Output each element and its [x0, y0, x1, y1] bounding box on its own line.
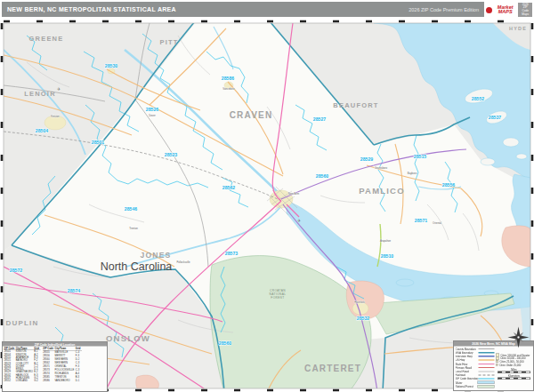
- island-layer-shape: [503, 138, 519, 147]
- zip-code-label: 28515: [414, 154, 427, 159]
- scale-bars: Miles Kilometers: [496, 368, 532, 380]
- scale-km-bar: [498, 377, 530, 380]
- city-class-label: Cities 100,000 and Greater: [501, 354, 530, 356]
- zip-index-cell: POLLOCKSVILLE: [54, 368, 75, 372]
- page: { "header": { "title": "NEW BERN, NC MET…: [0, 0, 534, 392]
- scale-miles-bar: [498, 371, 530, 373]
- county-label-onslow: ONSLOW: [106, 333, 150, 343]
- zip-index-panel: ZIP Code Index/Grid Location ZIP CodeCit…: [2, 341, 108, 392]
- zip-code-label: 28560: [316, 173, 329, 179]
- zip-index-cell: LOWLAND: [16, 380, 35, 382]
- map-canvas: ✈ ✈ North Carolina CROATAN NATIONAL FORE…: [0, 0, 534, 392]
- legend-item-label: Primary Road: [456, 366, 479, 369]
- county-label-pitt: PITT: [159, 38, 178, 46]
- county-label-duplin: DUPLIN: [6, 319, 39, 327]
- zip-code-label: 28526: [146, 107, 159, 112]
- legend-items: County BoundaryMSA BoundaryInterstate Hw…: [454, 347, 496, 389]
- brand-badge: 2026 ZIP Code Maps: [518, 3, 532, 17]
- zip-code-label: 28572: [10, 268, 23, 273]
- zip-code-label: 28546: [125, 206, 138, 212]
- zip-index-cell: 28586: [43, 379, 54, 382]
- legend-item-label: National Forest: [456, 385, 478, 388]
- county-label-greene: GREENE: [29, 35, 64, 43]
- zip-code-label: 28552: [472, 96, 485, 101]
- legend-item-swatch: [478, 381, 495, 385]
- zip-code-label: 28571: [415, 218, 428, 223]
- legend-item-label: State Hwy: [456, 363, 479, 365]
- city-class-row: Cities Under 25,000: [496, 364, 532, 367]
- legend-item-swatch: [479, 348, 495, 349]
- legend-item-label: ZIP Code Boundary: [456, 378, 479, 380]
- map-title: NEW BERN, NC METROPOLITAN STATISTICAL AR…: [7, 6, 176, 12]
- town-label: Bayboro: [408, 172, 417, 175]
- town-label: Havelock: [354, 300, 365, 304]
- zip-index-cell: G-2: [34, 380, 40, 382]
- zip-index-cell: VANCEBORO: [54, 379, 75, 382]
- legend-item-label: Interstate Hwy: [456, 355, 479, 357]
- zip-index-cell: 28552: [4, 380, 16, 382]
- legend-item-swatch: [479, 374, 495, 375]
- island-layer-shape: [516, 154, 527, 159]
- county-label-lenoir: LENOIR: [24, 90, 56, 98]
- water-layer-shape: [396, 279, 414, 286]
- legend-item-label: Local Road: [456, 370, 479, 372]
- brand-name: Market MAPS: [494, 5, 516, 14]
- legend-columns: County BoundaryMSA BoundaryInterstate Hw…: [454, 347, 533, 389]
- legend-item-swatch: [479, 371, 495, 372]
- header: NEW BERN, NC METROPOLITAN STATISTICAL AR…: [0, 0, 534, 20]
- town-label: Vanceboro: [222, 87, 235, 91]
- zip-code-label: 28504: [36, 128, 49, 133]
- zip-code-label: 28537: [489, 115, 502, 120]
- compass-rose-icon: [506, 325, 530, 349]
- legend-item-swatch: [479, 360, 495, 361]
- zip-index-header-row: ZIP CodeCity/TownGrid: [43, 347, 82, 350]
- zip-code-label: 28562: [222, 185, 236, 190]
- zip-code-label: 28523: [165, 152, 178, 157]
- zip-code-label: 28501: [92, 140, 105, 145]
- town-label: Oriental: [433, 221, 441, 225]
- legend-item-label: Water: [456, 381, 478, 384]
- legend-item-label: County Boundary: [456, 348, 479, 350]
- city-class-symbol: [496, 360, 498, 363]
- town-label: Trenton: [129, 227, 138, 230]
- zip-code-label: 28527: [313, 116, 327, 122]
- forest-label-line3: FOREST: [271, 296, 284, 300]
- legend-item-label: US Hwy: [456, 359, 479, 362]
- legend-item-swatch: [479, 367, 495, 368]
- zip-code-label: 28530: [105, 63, 118, 68]
- town-label: Arapahoe: [380, 239, 392, 243]
- zip-index-row: 28573POLLOCKSVILLEC-3: [43, 368, 82, 372]
- city-class-label: Cities 25,000 - 50,000: [500, 360, 524, 363]
- logo-mark-icon: [486, 7, 492, 13]
- county-label-beaufort: BEAUFORT: [333, 101, 378, 109]
- zip-index-row: 28571ORIENTALF-3: [43, 364, 82, 368]
- zip-index-cell: D-1: [76, 379, 82, 382]
- zip-index-col-header: ZIP Code: [43, 347, 54, 350]
- zip-code-label: 28586: [222, 76, 235, 81]
- zip-code-label: 28510: [381, 253, 394, 259]
- legend-item-swatch: [479, 352, 495, 354]
- zip-index-row: 28552LOWLANDG-2: [4, 380, 41, 382]
- zip-code-label: 28560: [219, 340, 232, 346]
- legend-item-swatch: [479, 364, 495, 364]
- zip-code-label: 28574: [68, 288, 81, 293]
- legend-item-swatch: [478, 385, 495, 388]
- zip-index-columns: ZIP CodeCity/TownGrid28501KINSTONB-12850…: [3, 347, 107, 383]
- legend-right-column: Cities 100,000 and GreaterCities 50,000 …: [496, 347, 533, 389]
- airport-icon-shape: ✈: [297, 218, 301, 223]
- zip-index-row: 28574RICHLANDSA-4: [43, 372, 82, 375]
- town-label: Grantsboro: [375, 166, 387, 170]
- zip-code-label: 28573: [225, 251, 239, 256]
- city-class-label: Cities 50,000 - 100,000: [500, 357, 525, 360]
- airport-icon-shape: ✈: [57, 86, 61, 92]
- zip-code-label: 28556: [442, 182, 456, 188]
- town-label: Dover: [149, 114, 156, 117]
- zip-index-table-right: ZIP CodeCity/TownGrid28555MAYSVILLEC-428…: [43, 347, 82, 382]
- publisher-logo: Market MAPS 2026 ZIP Code Maps: [485, 1, 533, 19]
- island-layer-shape: [481, 158, 495, 165]
- legend-item-label: Railroad: [456, 373, 479, 376]
- town-label: Pollocksville: [176, 260, 190, 264]
- city-class-label: Cities Under 25,000: [499, 364, 521, 366]
- legend-item-swatch: [479, 356, 495, 357]
- legend-item: National Forest: [456, 384, 495, 388]
